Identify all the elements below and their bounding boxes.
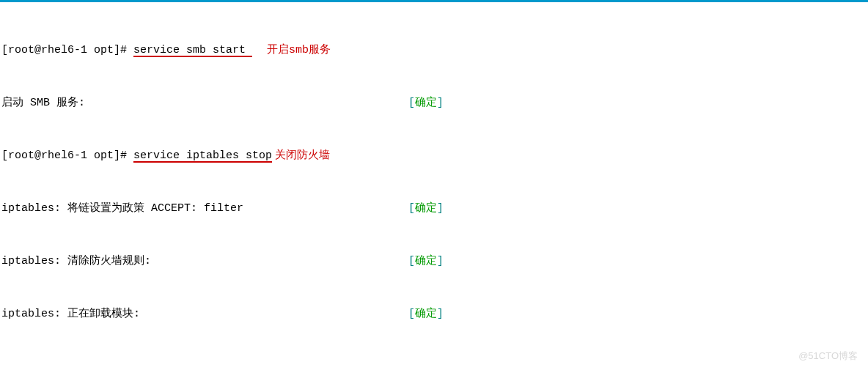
line-right: [确定] bbox=[408, 97, 867, 110]
line-right: [确定] bbox=[408, 202, 867, 215]
status-ok: 确定 bbox=[415, 308, 437, 320]
terminal-output: [root@rhel6-1 opt]# service smb start 开启… bbox=[0, 2, 868, 349]
status-bracket-open: [ bbox=[408, 97, 415, 109]
output-text: iptables: 清除防火墙规则: bbox=[1, 255, 151, 267]
status-bracket-open: [ bbox=[408, 202, 415, 215]
status-bracket-close: ] bbox=[437, 97, 444, 109]
output-text: iptables: 将链设置为政策 ACCEPT: filter bbox=[1, 202, 243, 215]
watermark: @51CTO博客 bbox=[798, 349, 858, 363]
line-left: [root@rhel6-1 opt]# service iptables sto… bbox=[1, 149, 408, 163]
terminal-line: [root@rhel6-1 opt]# service smb start 开启… bbox=[1, 44, 867, 57]
terminal-line: [root@rhel6-1 opt]# service iptables sto… bbox=[1, 149, 867, 163]
status-ok: 确定 bbox=[415, 97, 437, 109]
terminal-line: iptables: 将链设置为政策 ACCEPT: filter [确定] bbox=[1, 202, 867, 215]
command-iptables-stop: service iptables stop bbox=[133, 150, 272, 163]
status-ok: 确定 bbox=[415, 255, 437, 267]
status-bracket-close: ] bbox=[437, 255, 444, 267]
status-bracket-open: [ bbox=[408, 255, 415, 267]
line-left: iptables: 正在卸载模块: bbox=[1, 308, 408, 321]
status-bracket-close: ] bbox=[437, 202, 444, 215]
line-left: iptables: 将链设置为政策 ACCEPT: filter bbox=[1, 202, 408, 215]
line-right: [确定] bbox=[408, 308, 867, 321]
terminal-line: 启动 SMB 服务: [确定] bbox=[1, 97, 867, 110]
output-text: 启动 SMB 服务: bbox=[1, 97, 85, 109]
output-text: iptables: 正在卸载模块: bbox=[1, 308, 140, 320]
annotation-smb: 开启smb服务 bbox=[267, 44, 331, 56]
prompt: [root@rhel6-1 opt]# bbox=[1, 44, 133, 56]
terminal-line: iptables: 清除防火墙规则: [确定] bbox=[1, 255, 867, 268]
line-left: iptables: 清除防火墙规则: bbox=[1, 255, 408, 268]
status-bracket-open: [ bbox=[408, 308, 415, 320]
line-left: [root@rhel6-1 opt]# service smb start 开启… bbox=[1, 44, 408, 57]
line-right bbox=[408, 149, 867, 163]
line-right: [确定] bbox=[408, 255, 867, 268]
terminal-line: iptables: 正在卸载模块: [确定] bbox=[1, 308, 867, 321]
status-ok: 确定 bbox=[415, 202, 437, 215]
status-bracket-close: ] bbox=[437, 308, 444, 320]
prompt: [root@rhel6-1 opt]# bbox=[1, 149, 133, 162]
line-right bbox=[408, 44, 867, 57]
command-smb-start: service smb start bbox=[133, 45, 252, 57]
annotation-firewall: 关闭防火墙 bbox=[275, 149, 330, 162]
line-left: 启动 SMB 服务: bbox=[1, 97, 408, 110]
